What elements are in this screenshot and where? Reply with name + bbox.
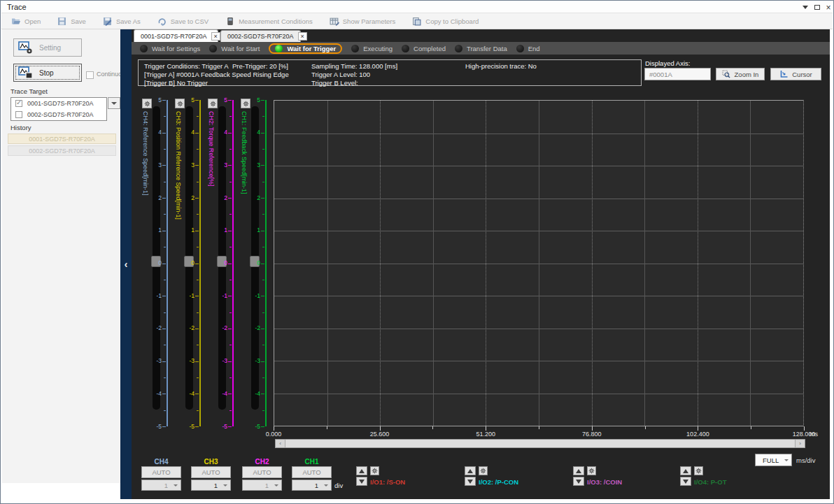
chevron-down-icon [274,484,278,487]
tab-axis-0002[interactable]: 0002-SGD7S-R70F20A × [220,30,301,42]
io-indicator-1: I/O1: /S-ON [356,466,461,489]
tab-close-button[interactable]: × [211,32,220,41]
io-gear-icon[interactable] [694,466,703,475]
show-parameters-button[interactable]: Show Parameters [330,17,396,26]
status-dot-icon [455,45,462,52]
div-unit-label: div [334,482,343,489]
close-icon: × [826,3,831,12]
axis-scale-ch1: 543210-1-2-3-4-5 [253,100,264,426]
axis-gear-icon[interactable] [208,99,218,108]
axis-line-ch3 [199,100,201,426]
cursor-axes-icon [779,70,788,78]
div-value-select[interactable]: 1 [292,480,332,491]
axis-gear-icon[interactable] [142,99,152,108]
arrow-up-icon [467,469,473,473]
io-move-down-button[interactable] [573,477,584,486]
chevron-down-icon [111,102,117,105]
status-dot-icon [516,45,524,52]
auto-scale-button[interactable]: AUTO [191,466,231,478]
trace-target-checkbox[interactable] [15,111,22,118]
scrollbar-thumb[interactable] [285,440,796,447]
tab-close-button[interactable]: × [298,32,307,41]
history-item[interactable]: 0001-SGD7S-R70F20A [8,134,116,144]
open-folder-icon [11,17,21,26]
chevron-down-icon [174,484,178,487]
io-move-up-button[interactable] [356,466,367,475]
show-parameters-icon [330,17,339,26]
axis-line-ch1 [265,100,267,426]
trace-target-list: 0001-SGD7S-R70F20A 0002-SGD7S-R70F20A [10,97,107,121]
displayed-axis-input[interactable]: #0001A [644,68,711,80]
axis-title-ch4: CH4: Reference Speed[min-1] [142,111,149,408]
trace-target-item[interactable]: 0001-SGD7S-R70F20A [11,98,106,109]
history-label: History [10,124,31,131]
plot-area[interactable] [274,100,804,426]
stop-button[interactable]: Stop [13,64,82,82]
save-as-icon [103,17,113,26]
auto-scale-button[interactable]: AUTO [141,466,181,478]
close-button[interactable]: × [824,3,833,12]
io-move-down-button[interactable] [465,477,476,486]
arrow-up-icon [576,469,581,473]
scroll-right-icon: › [799,440,801,447]
save-as-button[interactable]: Save As [103,17,141,26]
axis-title-ch1: CH1: Feedback Speed[min-1] [241,111,248,408]
io-gear-icon[interactable] [479,466,488,475]
sampling-time-text: Sampling Time: 128.000 [ms] [311,62,397,70]
close-icon: × [300,33,304,40]
io-signal-label: I/O4: P-OT [694,478,726,486]
trace-target-item[interactable]: 0002-SGD7S-R70F20A [11,109,106,120]
io-move-up-button[interactable] [465,466,476,475]
arrow-down-icon [467,480,473,484]
io-gear-icon[interactable] [587,466,596,475]
trace-target-checkbox[interactable] [15,100,22,107]
div-value-select[interactable]: 1 [242,480,282,491]
status-step-wait-for-trigger: Wait for Trigger [269,43,342,54]
collapse-sidebar-button[interactable]: ‹ [120,257,132,272]
setting-trace-icon [18,41,34,55]
window-menu-button[interactable] [800,3,810,12]
channel-name-label: CH3 [191,458,231,466]
arrow-down-icon [359,480,365,484]
axis-scale-ch3: 543210-1-2-3-4-5 [187,100,199,426]
zoom-in-button[interactable]: Zoom In [716,68,765,80]
channel-scale-ch4: CH4 AUTO 1 [141,458,181,493]
axis-title-ch3: CH3: Position Reference Speed[min-1] [175,111,182,408]
continuous-checkbox[interactable] [86,71,94,79]
copy-to-clipboard-button[interactable]: Copy to Clipboard [412,17,479,26]
status-step-executing: Executing [351,45,393,52]
trace-target-label: Trace Target [10,87,48,95]
div-value-select[interactable]: 1 [191,480,231,491]
axis-gear-icon[interactable] [175,99,185,108]
io-gear-icon[interactable] [370,466,379,475]
io-signal-label: I/O3: /COIN [587,478,622,486]
open-button[interactable]: Open [11,17,41,26]
tab-axis-0001[interactable]: 0001-SGD7S-R70F20A × [134,29,218,42]
save-icon [57,17,67,26]
horizontal-scrollbar[interactable]: ‹ › [275,439,805,448]
history-item[interactable]: 0002-SGD7S-R70F20A [8,145,116,156]
trigger-b-level-text: Trigger B Level: [311,79,358,87]
save-button[interactable]: Save [57,17,86,26]
io-indicator-3: I/O3: /COIN [573,466,678,489]
scroll-right-button[interactable]: › [796,440,805,447]
cursor-button[interactable]: Cursor [770,68,821,80]
displayed-axis-label: Displayed Axis: [645,59,690,67]
status-dot-icon [351,45,359,52]
time-range-select[interactable]: FULL [755,454,792,466]
auto-scale-button[interactable]: AUTO [292,466,332,478]
chevron-down-icon [324,484,328,487]
io-move-down-button[interactable] [680,477,691,486]
setting-button[interactable]: Setting [13,38,82,57]
io-move-up-button[interactable] [680,466,691,475]
auto-scale-button[interactable]: AUTO [242,466,282,478]
trace-target-dropdown-button[interactable] [108,97,120,109]
time-range-unit-label: ms/div [796,456,815,464]
maximize-button[interactable] [812,3,822,12]
scroll-left-button[interactable]: ‹ [276,440,285,447]
io-move-up-button[interactable] [573,466,584,475]
arrow-up-icon [359,469,365,473]
div-value-select[interactable]: 1 [141,480,181,491]
axis-gear-icon[interactable] [241,99,250,108]
io-move-down-button[interactable] [356,477,367,486]
